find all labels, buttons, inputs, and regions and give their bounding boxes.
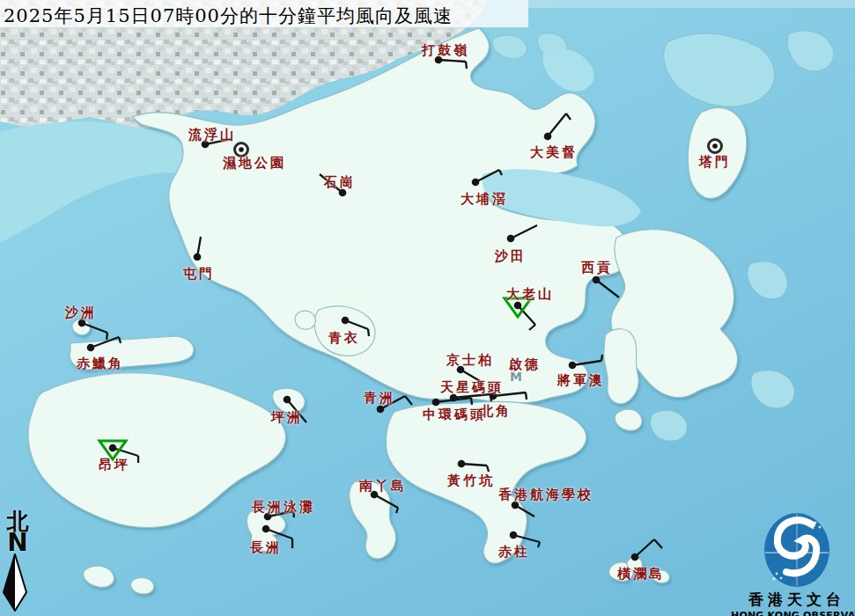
title-backdrop-fade — [528, 0, 855, 8]
north-indicator: 北 N — [2, 510, 33, 612]
hko-logo-name-en: HONG KONG OBSERVATORY — [731, 610, 855, 616]
north-label-en: N — [2, 532, 33, 554]
hko-logo-name-cn: 香港天文台 — [731, 590, 855, 610]
wind-map-screen: M 打鼓嶺流浮山濕地公園石崗大美督塔門大埔滘沙田屯門西貢大老山沙洲赤鱲角青衣京士… — [0, 0, 855, 616]
hong-kong-map — [0, 0, 855, 616]
hko-logo: 香港天文台 HONG KONG OBSERVATORY — [731, 512, 855, 616]
north-arrow-icon — [2, 554, 28, 612]
hko-logo-icon — [763, 512, 831, 590]
map-title: 2025年5月15日07時00分的十分鐘平均風向及風速 — [4, 4, 453, 28]
